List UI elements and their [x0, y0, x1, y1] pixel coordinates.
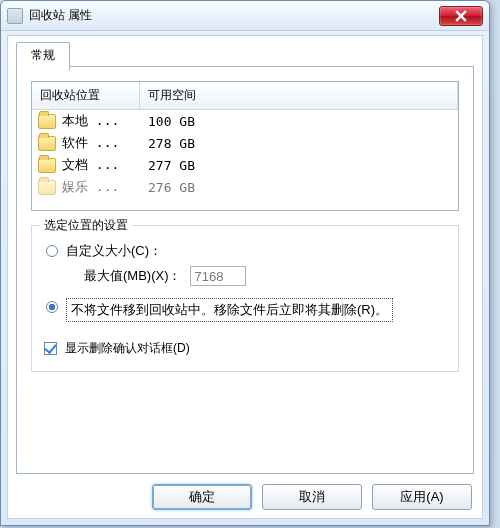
- free-space: 276 GB: [148, 180, 195, 195]
- location-listview[interactable]: 回收站位置 可用空间 本地 ... 100 GB 软件 ... 278 GB: [31, 81, 459, 211]
- free-space: 278 GB: [148, 136, 195, 151]
- button-label: 确定: [189, 488, 215, 506]
- folder-icon: [38, 114, 56, 129]
- close-icon: [455, 10, 467, 22]
- column-location[interactable]: 回收站位置: [32, 82, 140, 110]
- list-item[interactable]: 娱乐 ... 276 GB: [32, 176, 458, 198]
- titlebar[interactable]: 回收站 属性: [1, 1, 489, 31]
- recycle-bin-icon: [7, 8, 23, 24]
- option-label: 自定义大小(C)：: [66, 242, 162, 260]
- listview-body: 本地 ... 100 GB 软件 ... 278 GB 文档 ... 277 G…: [32, 110, 458, 198]
- tab-panel-general: 回收站位置 可用空间 本地 ... 100 GB 软件 ... 278 GB: [16, 66, 474, 474]
- groupbox-title: 选定位置的设置: [40, 217, 132, 234]
- button-label: 取消: [299, 488, 325, 506]
- apply-button[interactable]: 应用(A): [372, 484, 472, 510]
- ok-button[interactable]: 确定: [152, 484, 252, 510]
- client-area: 常规 回收站位置 可用空间 本地 ... 100 GB 软件 .: [7, 35, 483, 519]
- free-space: 277 GB: [148, 158, 195, 173]
- column-freespace[interactable]: 可用空间: [140, 82, 458, 110]
- confirm-delete-row[interactable]: 显示删除确认对话框(D): [44, 340, 446, 357]
- radio-custom-size[interactable]: [46, 245, 58, 257]
- tab-label: 常规: [31, 48, 55, 62]
- folder-icon: [38, 158, 56, 173]
- max-size-row: 最大值(MB)(X)：: [84, 266, 446, 286]
- checkbox-label: 显示删除确认对话框(D): [65, 340, 190, 357]
- properties-window: 回收站 属性 常规 回收站位置 可用空间 本地 ...: [0, 0, 490, 526]
- list-item[interactable]: 本地 ... 100 GB: [32, 110, 458, 132]
- option-no-move[interactable]: 不将文件移到回收站中。移除文件后立即将其删除(R)。: [44, 298, 446, 322]
- folder-icon: [38, 180, 56, 195]
- listview-header: 回收站位置 可用空间: [32, 82, 458, 110]
- dialog-buttons: 确定 取消 应用(A): [152, 484, 472, 510]
- close-button[interactable]: [439, 6, 483, 26]
- location-name: 娱乐 ...: [62, 178, 148, 196]
- checkbox-confirm-delete[interactable]: [44, 342, 57, 355]
- button-label: 应用(A): [400, 488, 443, 506]
- location-name: 软件 ...: [62, 134, 148, 152]
- free-space: 100 GB: [148, 114, 195, 129]
- window-title: 回收站 属性: [29, 7, 439, 24]
- radio-no-move[interactable]: [46, 301, 58, 313]
- tab-general[interactable]: 常规: [16, 42, 70, 71]
- folder-icon: [38, 136, 56, 151]
- location-name: 文档 ...: [62, 156, 148, 174]
- option-label: 不将文件移到回收站中。移除文件后立即将其删除(R)。: [66, 298, 393, 322]
- cancel-button[interactable]: 取消: [262, 484, 362, 510]
- settings-groupbox: 选定位置的设置 自定义大小(C)： 最大值(MB)(X)： 不将文件移到回收站中…: [31, 225, 459, 372]
- max-size-input[interactable]: [190, 266, 246, 286]
- location-name: 本地 ...: [62, 112, 148, 130]
- max-size-label: 最大值(MB)(X)：: [84, 267, 182, 285]
- list-item[interactable]: 文档 ... 277 GB: [32, 154, 458, 176]
- option-custom-size[interactable]: 自定义大小(C)：: [44, 242, 446, 260]
- tabstrip: 常规: [16, 42, 70, 68]
- list-item[interactable]: 软件 ... 278 GB: [32, 132, 458, 154]
